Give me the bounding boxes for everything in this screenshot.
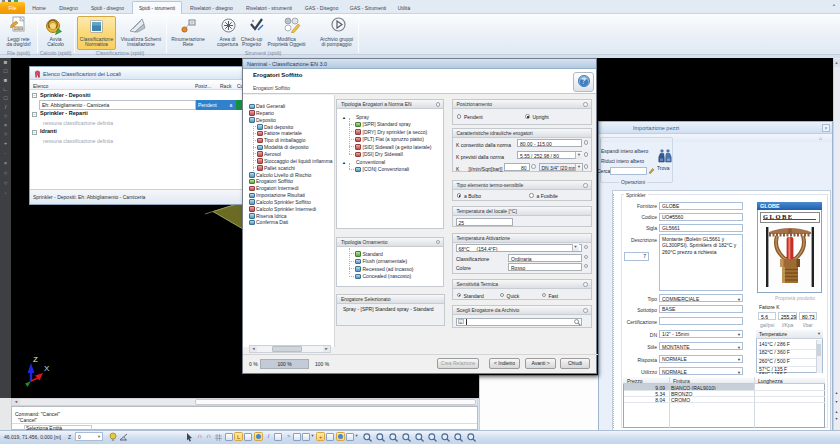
- svg-text:DWG: DWG: [15, 27, 24, 31]
- svg-text:X: X: [44, 364, 50, 373]
- svg-text:Z: Z: [33, 355, 38, 364]
